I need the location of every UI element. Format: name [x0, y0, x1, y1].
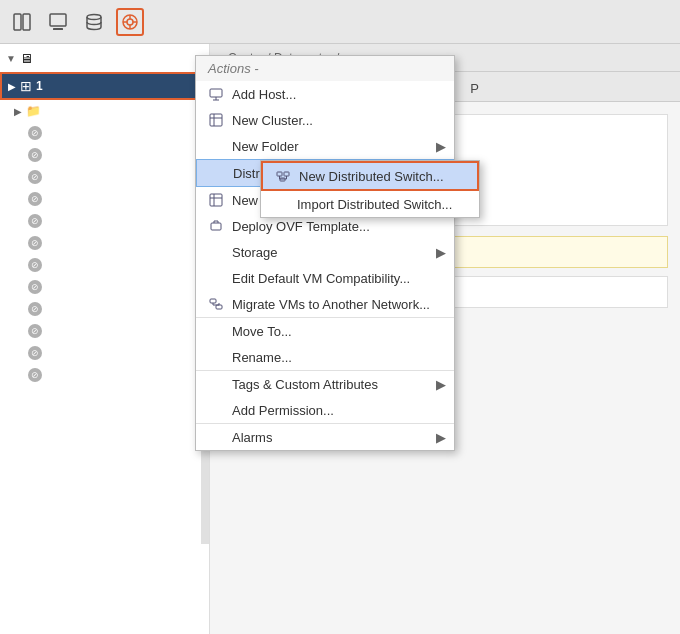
vm-list-icon[interactable] — [44, 8, 72, 36]
list-item[interactable]: ⊘ — [0, 122, 209, 144]
left-panel: ▼ 🖥 ▶ ⊞ 1 ▶ 📁 ⊘ ⊘ ⊘ ⊘ ⊘ ⊘ ⊘ ⊘ ⊘ ⊘ ⊘ ⊘ — [0, 44, 210, 634]
folder-icon: 📁 — [26, 104, 41, 118]
svg-rect-0 — [14, 14, 21, 30]
panel-toggle-icon[interactable] — [8, 8, 36, 36]
list-item[interactable]: ⊘ — [0, 144, 209, 166]
toolbar — [0, 0, 680, 44]
svg-rect-11 — [210, 89, 222, 97]
rename-icon — [208, 349, 224, 365]
svg-rect-22 — [216, 305, 222, 309]
svg-rect-14 — [210, 114, 222, 126]
list-item[interactable]: ⊘ — [0, 188, 209, 210]
submenu-item-import-ds[interactable]: Import Distributed Switch... — [261, 191, 479, 217]
expand-icon: ▼ — [6, 53, 16, 64]
move-to-label: Move To... — [232, 324, 442, 339]
migrate-vms-label: Migrate VMs to Another Network... — [232, 297, 442, 312]
item-icon: ⊘ — [28, 170, 42, 184]
list-item[interactable]: ⊘ — [0, 276, 209, 298]
new-ds-label: New Distributed Switch... — [299, 169, 465, 184]
svg-rect-17 — [210, 194, 222, 206]
menu-item-new-folder[interactable]: New Folder ▶ — [196, 133, 454, 159]
add-host-icon — [208, 86, 224, 102]
menu-item-rename[interactable]: Rename... — [196, 344, 454, 370]
import-ds-icon — [273, 196, 289, 212]
distributed-switch-icon — [209, 165, 225, 181]
svg-rect-24 — [277, 172, 282, 176]
menu-item-new-cluster[interactable]: New Cluster... — [196, 107, 454, 133]
item-icon: ⊘ — [28, 324, 42, 338]
tree-root-item[interactable]: ▶ ⊞ 1 — [0, 72, 209, 100]
menu-item-storage[interactable]: Storage ▶ — [196, 239, 454, 265]
menu-item-move-to[interactable]: Move To... — [196, 317, 454, 344]
menu-item-migrate-vms[interactable]: Migrate VMs to Another Network... — [196, 291, 454, 317]
storage-label: Storage — [232, 245, 442, 260]
deploy-ovf-icon — [208, 218, 224, 234]
item-icon: ⊘ — [28, 280, 42, 294]
new-vm-icon — [208, 192, 224, 208]
list-item[interactable]: ⊘ — [0, 342, 209, 364]
alarms-submenu-arrow: ▶ — [436, 430, 446, 445]
add-permission-icon — [208, 402, 224, 418]
tree-header[interactable]: ▼ 🖥 — [0, 44, 209, 72]
menu-item-edit-vm-compat[interactable]: Edit Default VM Compatibility... — [196, 265, 454, 291]
new-folder-label: New Folder — [232, 139, 442, 154]
menu-item-tags[interactable]: Tags & Custom Attributes ▶ — [196, 370, 454, 397]
list-item[interactable]: ⊘ — [0, 298, 209, 320]
root-label: 1 — [36, 79, 43, 93]
svg-rect-21 — [210, 299, 216, 303]
svg-rect-25 — [284, 172, 289, 176]
alarms-icon — [208, 429, 224, 445]
distributed-switch-submenu: New Distributed Switch... Import Distrib… — [260, 160, 480, 218]
item-icon: ⊘ — [28, 368, 42, 382]
rename-label: Rename... — [232, 350, 442, 365]
item-icon: ⊘ — [28, 346, 42, 360]
item-icon: ⊘ — [28, 236, 42, 250]
item-icon: ⊘ — [28, 192, 42, 206]
context-menu: Actions - Add Host... New Cluster... New… — [195, 55, 455, 451]
vcenter-icon: 🖥 — [20, 51, 33, 66]
db-icon[interactable] — [80, 8, 108, 36]
add-host-label: Add Host... — [232, 87, 442, 102]
list-item[interactable]: ⊘ — [0, 210, 209, 232]
submenu-item-new-ds[interactable]: New Distributed Switch... — [261, 161, 479, 191]
menu-header: Actions - — [196, 56, 454, 81]
list-item[interactable]: ⊘ — [0, 320, 209, 342]
item-icon: ⊘ — [28, 126, 42, 140]
new-folder-submenu-arrow: ▶ — [436, 139, 446, 154]
item-icon: ⊘ — [28, 214, 42, 228]
storage-submenu-arrow: ▶ — [436, 245, 446, 260]
edit-vm-compat-icon — [208, 270, 224, 286]
menu-item-add-host[interactable]: Add Host... — [196, 81, 454, 107]
new-folder-icon — [208, 138, 224, 154]
import-ds-label: Import Distributed Switch... — [297, 197, 467, 212]
tags-label: Tags & Custom Attributes — [232, 377, 442, 392]
tags-icon — [208, 376, 224, 392]
folder-expand-icon: ▶ — [14, 106, 22, 117]
svg-point-6 — [127, 19, 133, 25]
actions-label: Actions - — [208, 61, 259, 76]
new-cluster-icon — [208, 112, 224, 128]
list-item[interactable]: ⊘ — [0, 254, 209, 276]
alarms-label: Alarms — [232, 430, 442, 445]
svg-point-4 — [87, 14, 101, 19]
tab-p[interactable]: P — [455, 75, 494, 101]
item-icon: ⊘ — [28, 258, 42, 272]
menu-item-alarms[interactable]: Alarms ▶ — [196, 423, 454, 450]
list-item[interactable]: ⊘ — [0, 364, 209, 386]
new-cluster-label: New Cluster... — [232, 113, 442, 128]
main-layout: ▼ 🖥 ▶ ⊞ 1 ▶ 📁 ⊘ ⊘ ⊘ ⊘ ⊘ ⊘ ⊘ ⊘ ⊘ ⊘ ⊘ ⊘ — [0, 44, 680, 634]
menu-item-add-permission[interactable]: Add Permission... — [196, 397, 454, 423]
list-item[interactable]: ⊘ — [0, 232, 209, 254]
tree-folder-item[interactable]: ▶ 📁 — [0, 100, 209, 122]
root-grid-icon: ⊞ — [20, 78, 32, 94]
move-to-icon — [208, 323, 224, 339]
edit-vm-compat-label: Edit Default VM Compatibility... — [232, 271, 442, 286]
tags-submenu-arrow: ▶ — [436, 377, 446, 392]
item-icon: ⊘ — [28, 148, 42, 162]
root-expand-icon: ▶ — [8, 81, 16, 92]
network-icon[interactable] — [116, 8, 144, 36]
item-icon: ⊘ — [28, 302, 42, 316]
list-item[interactable]: ⊘ — [0, 166, 209, 188]
deploy-ovf-label: Deploy OVF Template... — [232, 219, 442, 234]
migrate-vms-icon — [208, 296, 224, 312]
